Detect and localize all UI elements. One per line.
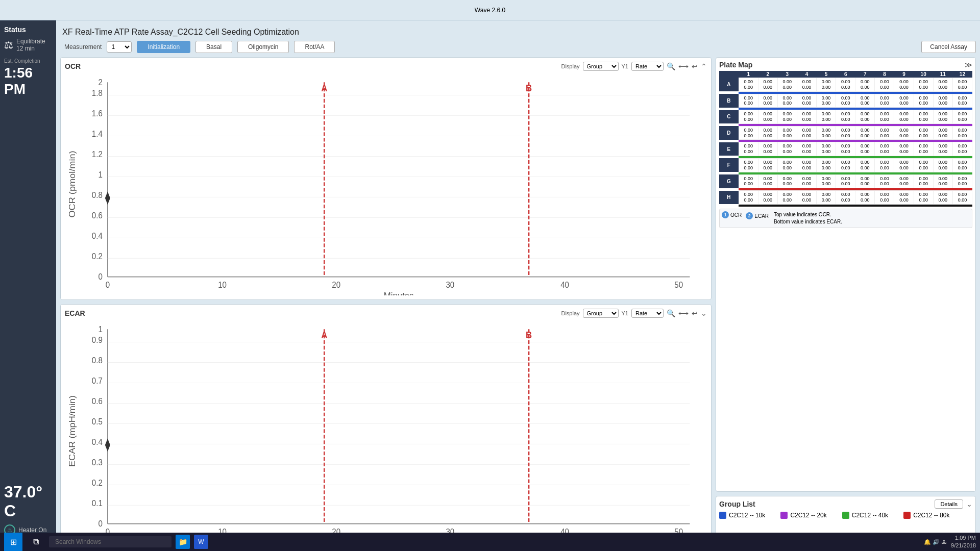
plate-cell-F-11[interactable]: 0.000.00: [933, 158, 952, 172]
plate-cell-E-8[interactable]: 0.000.00: [875, 142, 894, 156]
plate-cell-B-2[interactable]: 0.000.00: [758, 94, 777, 108]
plate-cell-H-10[interactable]: 0.000.00: [914, 191, 933, 205]
plate-cell-A-11[interactable]: 0.000.00: [933, 78, 952, 92]
plate-cell-B-6[interactable]: 0.000.00: [836, 94, 855, 108]
plate-cell-D-11[interactable]: 0.000.00: [933, 126, 952, 140]
plate-cell-B-3[interactable]: 0.000.00: [777, 94, 797, 108]
wave-app-icon[interactable]: W: [194, 535, 208, 549]
plate-cell-D-10[interactable]: 0.000.00: [914, 126, 933, 140]
task-view-icon[interactable]: ⧉: [27, 533, 45, 551]
plate-cell-A-9[interactable]: 0.000.00: [894, 78, 914, 92]
plate-cell-E-4[interactable]: 0.000.00: [797, 142, 816, 156]
plate-cell-C-1[interactable]: 0.000.00: [739, 110, 758, 124]
plate-cell-G-2[interactable]: 0.000.00: [758, 174, 777, 188]
plate-cell-F-4[interactable]: 0.000.00: [797, 158, 816, 172]
plate-cell-H-2[interactable]: 0.000.00: [758, 191, 777, 205]
plate-cell-C-10[interactable]: 0.000.00: [914, 110, 933, 124]
plate-cell-H-1[interactable]: 0.000.00: [739, 191, 758, 205]
measurement-select[interactable]: 1: [107, 41, 132, 53]
plate-cell-H-8[interactable]: 0.000.00: [875, 191, 894, 205]
plate-cell-G-10[interactable]: 0.000.00: [914, 174, 933, 188]
plate-cell-G-4[interactable]: 0.000.00: [797, 174, 816, 188]
plate-cell-A-1[interactable]: 0.000.00: [739, 78, 758, 92]
ocr-display-select[interactable]: Group: [583, 62, 619, 71]
plate-cell-G-7[interactable]: 0.000.00: [855, 174, 875, 188]
plate-cell-F-3[interactable]: 0.000.00: [777, 158, 797, 172]
plate-cell-D-6[interactable]: 0.000.00: [836, 126, 855, 140]
plate-cell-G-3[interactable]: 0.000.00: [777, 174, 797, 188]
plate-cell-B-10[interactable]: 0.000.00: [914, 94, 933, 108]
plate-cell-C-2[interactable]: 0.000.00: [758, 110, 777, 124]
plate-cell-A-6[interactable]: 0.000.00: [836, 78, 855, 92]
tab-oligomycin[interactable]: Oligomycin: [237, 41, 289, 53]
plate-cell-F-1[interactable]: 0.000.00: [739, 158, 758, 172]
plate-cell-C-8[interactable]: 0.000.00: [875, 110, 894, 124]
ecar-display-select[interactable]: Group: [583, 309, 619, 318]
ecar-collapse-button[interactable]: ⌄: [701, 309, 707, 317]
plate-cell-A-7[interactable]: 0.000.00: [855, 78, 875, 92]
file-explorer-icon[interactable]: 📁: [176, 535, 190, 549]
start-button[interactable]: ⊞: [4, 533, 22, 551]
plate-cell-F-9[interactable]: 0.000.00: [894, 158, 914, 172]
plate-cell-E-10[interactable]: 0.000.00: [914, 142, 933, 156]
plate-cell-C-4[interactable]: 0.000.00: [797, 110, 816, 124]
plate-cell-G-6[interactable]: 0.000.00: [836, 174, 855, 188]
plate-cell-D-9[interactable]: 0.000.00: [894, 126, 914, 140]
plate-cell-B-4[interactable]: 0.000.00: [797, 94, 816, 108]
tab-rot-aa[interactable]: Rot/AA: [294, 41, 335, 53]
plate-cell-C-6[interactable]: 0.000.00: [836, 110, 855, 124]
plate-cell-D-4[interactable]: 0.000.00: [797, 126, 816, 140]
plate-cell-E-7[interactable]: 0.000.00: [855, 142, 875, 156]
group-collapse-button[interactable]: ⌄: [966, 500, 972, 508]
plate-cell-H-6[interactable]: 0.000.00: [836, 191, 855, 205]
plate-cell-B-1[interactable]: 0.000.00: [739, 94, 758, 108]
plate-cell-B-8[interactable]: 0.000.00: [875, 94, 894, 108]
plate-cell-D-7[interactable]: 0.000.00: [855, 126, 875, 140]
plate-cell-D-1[interactable]: 0.000.00: [739, 126, 758, 140]
plate-cell-F-7[interactable]: 0.000.00: [855, 158, 875, 172]
tab-initialization[interactable]: Initialization: [137, 41, 190, 53]
plate-cell-B-11[interactable]: 0.000.00: [933, 94, 952, 108]
plate-cell-D-3[interactable]: 0.000.00: [777, 126, 797, 140]
plate-cell-F-10[interactable]: 0.000.00: [914, 158, 933, 172]
ocr-y1-select[interactable]: Rate: [631, 62, 664, 71]
ecar-pan-icon[interactable]: ⟷: [678, 309, 689, 317]
plate-cell-H-9[interactable]: 0.000.00: [894, 191, 914, 205]
plate-cell-A-2[interactable]: 0.000.00: [758, 78, 777, 92]
taskbar-search-input[interactable]: [49, 536, 172, 547]
plate-cell-G-1[interactable]: 0.000.00: [739, 174, 758, 188]
plate-cell-G-12[interactable]: 0.000.00: [952, 174, 972, 188]
plate-cell-G-8[interactable]: 0.000.00: [875, 174, 894, 188]
plate-cell-H-5[interactable]: 0.000.00: [817, 191, 836, 205]
plate-cell-B-5[interactable]: 0.000.00: [817, 94, 836, 108]
plate-cell-C-9[interactable]: 0.000.00: [894, 110, 914, 124]
ocr-collapse-button[interactable]: ⌃: [701, 62, 707, 70]
plate-cell-H-11[interactable]: 0.000.00: [933, 191, 952, 205]
ocr-reset-icon[interactable]: ↩: [692, 62, 698, 70]
plate-cell-D-8[interactable]: 0.000.00: [875, 126, 894, 140]
plate-cell-H-3[interactable]: 0.000.00: [777, 191, 797, 205]
plate-cell-A-3[interactable]: 0.000.00: [777, 78, 797, 92]
plate-cell-E-5[interactable]: 0.000.00: [817, 142, 836, 156]
ecar-y1-select[interactable]: Rate: [631, 309, 664, 318]
plate-cell-E-3[interactable]: 0.000.00: [777, 142, 797, 156]
plate-cell-D-2[interactable]: 0.000.00: [758, 126, 777, 140]
plate-cell-A-5[interactable]: 0.000.00: [817, 78, 836, 92]
plate-cell-F-8[interactable]: 0.000.00: [875, 158, 894, 172]
plate-cell-E-1[interactable]: 0.000.00: [739, 142, 758, 156]
plate-cell-E-9[interactable]: 0.000.00: [894, 142, 914, 156]
plate-cell-B-9[interactable]: 0.000.00: [894, 94, 914, 108]
ocr-zoom-icon[interactable]: 🔍: [667, 62, 675, 70]
plate-cell-H-12[interactable]: 0.000.00: [952, 191, 972, 205]
group-details-button[interactable]: Details: [935, 499, 963, 509]
plate-cell-A-8[interactable]: 0.000.00: [875, 78, 894, 92]
plate-nav-left[interactable]: ≫: [965, 61, 972, 69]
plate-cell-C-11[interactable]: 0.000.00: [933, 110, 952, 124]
plate-cell-C-12[interactable]: 0.000.00: [952, 110, 972, 124]
plate-cell-D-12[interactable]: 0.000.00: [952, 126, 972, 140]
plate-cell-C-7[interactable]: 0.000.00: [855, 110, 875, 124]
plate-cell-B-7[interactable]: 0.000.00: [855, 94, 875, 108]
plate-cell-A-12[interactable]: 0.000.00: [952, 78, 972, 92]
plate-cell-D-5[interactable]: 0.000.00: [817, 126, 836, 140]
plate-cell-E-11[interactable]: 0.000.00: [933, 142, 952, 156]
